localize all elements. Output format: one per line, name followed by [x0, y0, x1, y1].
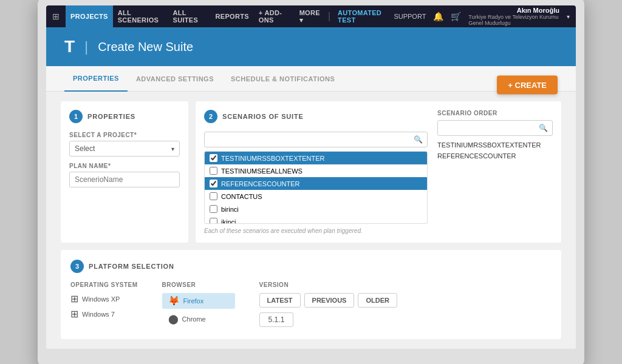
order-search: 🔍	[437, 120, 553, 136]
scenario-label-5: ikinci	[221, 218, 236, 224]
order-list: TESTINIUMRSSBOXTEXTENTER REFERENCESCOUNT…	[437, 140, 553, 161]
platform-header: 3 PLATFORM SELECTION	[70, 260, 552, 273]
scenario-item-1[interactable]: TESTINIUMSEEALLNEWS	[205, 164, 427, 177]
nav-projects[interactable]: PROJECTS	[66, 5, 113, 27]
os-title: OPERATING SYSTEM	[70, 281, 138, 288]
plan-name-field: PLAN NAME*	[69, 163, 180, 187]
version-latest-btn[interactable]: LATEST	[259, 293, 301, 308]
browser-item-0[interactable]: 🦊 Firefox	[162, 293, 235, 309]
browser-label-0: Firefox	[183, 297, 204, 305]
chrome-icon: ⬤	[168, 314, 179, 325]
scenarios-card: 2 SCENARIOS OF SUITE 🔍 TESTINIUMRSSB	[196, 101, 561, 243]
dropdown-arrow-icon: ▾	[171, 146, 174, 152]
scenario-item-5[interactable]: ikinci	[205, 215, 427, 224]
select-project-label: SELECT A PROJECT*	[69, 132, 180, 138]
header-divider: |	[84, 38, 88, 55]
version-value: 5.1.1	[259, 312, 294, 327]
version-older-btn[interactable]: OLDER	[358, 293, 397, 308]
browser-label-1: Chrome	[182, 315, 206, 323]
plan-name-input[interactable]	[69, 172, 180, 187]
bell-icon[interactable]: 🔔	[433, 12, 443, 21]
browser-item-1[interactable]: ⬤ Chrome	[162, 311, 235, 327]
scenario-label-1: TESTINIUMSEEALLNEWS	[221, 167, 302, 175]
scenario-label-2: REFERENCESCOUNTER	[221, 180, 300, 187]
tab-advanced-settings[interactable]: ADVANCED SETTINGS	[128, 66, 222, 92]
order-item-1: REFERENCESCOUNTER	[437, 150, 553, 161]
properties-number: 1	[69, 110, 83, 123]
platform-row: OPERATING SYSTEM ⊞ Windows XP ⊞ Windows …	[70, 281, 552, 329]
user-info[interactable]: Akın Moroğlu Turkiye Radyo ve Televizyon…	[468, 7, 559, 26]
user-name: Akın Moroğlu	[517, 7, 559, 14]
scenarios-header: 2 SCENARIOS OF SUITE	[204, 110, 428, 123]
browser-col: BROWSER 🦊 Firefox ⬤ Chrome	[162, 281, 235, 329]
scenario-item-4[interactable]: birinci	[205, 203, 427, 215]
nav-right: SUPPORT 🔔 🛒 Akın Moroğlu Turkiye Radyo v…	[394, 7, 570, 26]
nav-all-scenerios[interactable]: ALL SCENERIOS	[113, 5, 168, 27]
nav-all-suites[interactable]: ALL SUITES	[168, 5, 211, 27]
scenario-checkbox-5[interactable]	[210, 218, 217, 224]
order-search-icon: 🔍	[539, 124, 548, 132]
scenario-list: TESTINIUMRSSBOXTEXTENTER TESTINIUMSEEALL…	[204, 151, 428, 224]
scenario-checkbox-2[interactable]	[210, 180, 217, 187]
windows-xp-icon: ⊞	[70, 293, 78, 305]
scenario-item-2[interactable]: REFERENCESCOUNTER	[205, 177, 427, 190]
scenarios-title: SCENARIOS OF SUITE	[222, 113, 304, 120]
os-label-0: Windows XP	[82, 295, 120, 303]
properties-header: 1 PROPERTIES	[69, 110, 180, 123]
scenarios-search: 🔍	[204, 132, 428, 147]
version-col: VERSION LATEST PREVIOUS OLDER 5.1.1	[259, 281, 397, 329]
scenario-order-title: SCENARIO ORDER	[437, 110, 553, 116]
select-project-field: SELECT A PROJECT* Select ▾	[69, 132, 180, 157]
scenario-label-0: TESTINIUMRSSBOXTEXTENTER	[221, 155, 325, 162]
scenario-item-0[interactable]: TESTINIUMRSSBOXTEXTENTER	[205, 152, 427, 164]
windows-7-icon: ⊞	[70, 308, 78, 320]
search-icon: 🔍	[414, 135, 423, 144]
nav-more[interactable]: MORE ▾	[295, 5, 326, 27]
os-col: OPERATING SYSTEM ⊞ Windows XP ⊞ Windows …	[70, 281, 138, 329]
version-buttons: LATEST PREVIOUS OLDER	[259, 293, 397, 308]
scenarios-search-input[interactable]	[204, 132, 428, 147]
create-button[interactable]: + CREATE	[497, 75, 558, 94]
scenarios-number: 2	[204, 110, 217, 123]
tab-bar: PROPERTIES ADVANCED SETTINGS SCHEDULE & …	[46, 66, 576, 92]
scenario-order: SCENARIO ORDER 🔍 TESTINIUMRSSBOXTEXTENTE…	[437, 110, 553, 234]
page-header: T | Create New Suite	[46, 27, 576, 66]
nav-addons[interactable]: + ADD-ONS	[254, 5, 295, 27]
cart-icon[interactable]: 🛒	[451, 12, 461, 21]
version-previous-btn[interactable]: PREVIOUS	[304, 293, 355, 308]
project-select-value: Select	[75, 144, 95, 153]
user-dropdown-icon[interactable]: ▾	[567, 13, 570, 20]
properties-card: 1 PROPERTIES SELECT A PROJECT* Select ▾ …	[61, 101, 188, 243]
platform-number: 3	[70, 260, 84, 273]
project-select[interactable]: Select ▾	[69, 141, 180, 157]
os-item-1[interactable]: ⊞ Windows 7	[70, 308, 138, 320]
grid-icon[interactable]: ⊞	[52, 12, 60, 21]
order-search-input[interactable]	[437, 120, 553, 136]
os-item-0[interactable]: ⊞ Windows XP	[70, 293, 138, 305]
nav-automated-test[interactable]: AUTOMATED TEST	[333, 5, 394, 27]
tab-schedule-notifications[interactable]: SCHEDULE & NOTIFICATIONS	[222, 66, 343, 92]
logo: T	[64, 37, 75, 56]
scenario-item-3[interactable]: CONTACTUS	[205, 190, 427, 203]
version-title: VERSION	[259, 281, 397, 288]
order-item-0: TESTINIUMRSSBOXTEXTENTER	[437, 140, 553, 150]
scenario-label-3: CONTACTUS	[221, 193, 262, 200]
scenario-checkbox-0[interactable]	[210, 154, 217, 162]
properties-title: PROPERTIES	[87, 113, 135, 120]
platform-title: PLATFORM SELECTION	[89, 263, 174, 270]
scenario-checkbox-4[interactable]	[210, 205, 217, 213]
scenario-label-4: birinci	[221, 206, 239, 213]
user-org: Turkiye Radyo ve Televizyon Kurumu Genel…	[468, 14, 559, 26]
firefox-icon: 🦊	[168, 295, 180, 306]
tab-properties[interactable]: PROPERTIES	[64, 66, 128, 92]
nav-support[interactable]: SUPPORT	[394, 13, 426, 20]
scenario-hint: Each of these scenarios are executed whe…	[204, 228, 428, 234]
top-sections: 1 PROPERTIES SELECT A PROJECT* Select ▾ …	[61, 101, 561, 243]
scenario-checkbox-3[interactable]	[210, 192, 217, 200]
scenario-checkbox-1[interactable]	[210, 167, 217, 175]
nav-divider: |	[328, 11, 330, 22]
plan-name-label: PLAN NAME*	[69, 163, 180, 169]
nav-reports[interactable]: REPORTS	[211, 5, 254, 27]
scenarios-left: 2 SCENARIOS OF SUITE 🔍 TESTINIUMRSSB	[204, 110, 428, 234]
top-navigation: ⊞ PROJECTS ALL SCENERIOS ALL SUITES REPO…	[46, 5, 576, 27]
